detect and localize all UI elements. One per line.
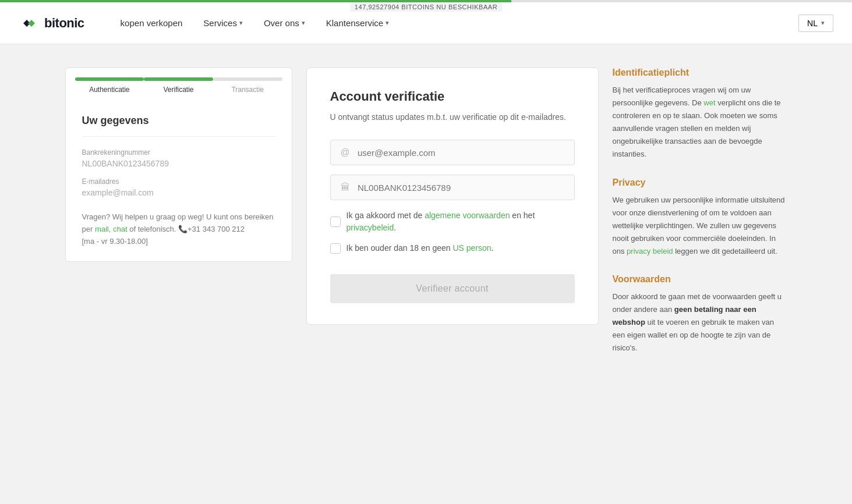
email-value: example@mail.com <box>82 188 275 197</box>
contact-text: Vragen? Wij helpen u graag op weg! U kun… <box>82 211 275 247</box>
step-label-transactie: Transactie <box>231 86 264 94</box>
bitcoin-availability-text: 147,92527904 BITCOINS NU BESCHIKBAAR <box>350 2 502 12</box>
language-selector[interactable]: NL ▾ <box>798 15 833 32</box>
phone-icon: 📞 <box>178 225 188 233</box>
bank-label: Bankrekeningnummer <box>82 148 275 157</box>
age-checkbox[interactable] <box>330 243 341 254</box>
logo-text: bitonic <box>44 16 84 31</box>
identification-title: Identificatieplicht <box>613 68 787 78</box>
voorwaarden-section: Voorwaarden Door akkoord te gaan met de … <box>613 274 787 354</box>
step-indicator-authenticatie <box>75 77 144 81</box>
at-icon: @ <box>340 147 351 158</box>
bank-value: NL00BANK0123456789 <box>82 159 275 168</box>
step-tab-verificatie[interactable]: Verificatie <box>144 77 213 101</box>
verification-subtitle: U ontvangt status updates m.b.t. uw veri… <box>330 111 575 123</box>
main-content: Authenticatie Verificatie Transactie Uw … <box>19 44 834 395</box>
voorwaarden-title: Voorwaarden <box>613 274 787 285</box>
voorwaarden-body: Door akkoord te gaan met de voorwaarden … <box>613 290 787 354</box>
nav-over-ons[interactable]: Over ons ▾ <box>256 13 313 33</box>
email-input-group[interactable]: @ <box>330 140 575 165</box>
privacy-section: Privacy We gebruiken uw persoonlijke inf… <box>613 178 787 258</box>
bank-input[interactable] <box>358 183 565 193</box>
identification-body: Bij het verificatieproces vragen wij om … <box>613 84 787 161</box>
center-panel: Account verificatie U ontvangt status up… <box>306 68 599 371</box>
privacy-title: Privacy <box>613 178 787 188</box>
steps-tabs: Authenticatie Verificatie Transactie <box>66 68 292 101</box>
privacy-body: We gebruiken uw persoonlijke informatie … <box>613 194 787 258</box>
verification-title: Account verificatie <box>330 89 575 104</box>
mail-link[interactable]: mail <box>95 225 109 233</box>
steps-card: Authenticatie Verificatie Transactie Uw … <box>65 68 292 262</box>
logo[interactable]: bitonic <box>19 16 84 31</box>
verification-card: Account verificatie U ontvangt status up… <box>306 68 599 325</box>
nav-klantenservice[interactable]: Klantenservice ▾ <box>318 13 397 33</box>
wet-link[interactable]: wet <box>703 98 715 107</box>
terms-label: Ik ga akkoord met de algemene voorwaarde… <box>347 210 575 234</box>
step-label-verificatie: Verificatie <box>163 86 193 94</box>
step-tab-authenticatie[interactable]: Authenticatie <box>75 77 144 101</box>
algemene-voorwaarden-link[interactable]: algemene voorwaarden <box>425 211 510 220</box>
nav-right: NL ▾ <box>798 15 833 32</box>
nav-services[interactable]: Services ▾ <box>195 13 251 33</box>
terms-checkbox-group: Ik ga akkoord met de algemene voorwaarde… <box>330 210 575 234</box>
chevron-down-icon: ▾ <box>386 19 389 27</box>
left-panel: Authenticatie Verificatie Transactie Uw … <box>65 68 292 371</box>
chevron-down-icon: ▾ <box>239 19 243 27</box>
chevron-down-icon: ▾ <box>302 19 305 27</box>
bank-icon: 🏛 <box>340 182 351 193</box>
terms-checkbox[interactable] <box>330 216 341 227</box>
privacy-beleid-link[interactable]: privacy beleid <box>627 247 673 255</box>
step-label-authenticatie: Authenticatie <box>89 86 129 94</box>
user-info-card: Uw gegevens Bankrekeningnummer NL00BANK0… <box>66 101 292 261</box>
step-tab-transactie[interactable]: Transactie <box>213 77 282 101</box>
logo-icon <box>19 16 40 30</box>
privacybeleid-link[interactable]: privacybeleid <box>347 223 394 232</box>
age-checkbox-group: Ik ben ouder dan 18 en geen US person. <box>330 242 575 254</box>
nav-links: kopen verkopen Services ▾ Over ons ▾ Kla… <box>112 13 798 33</box>
step-indicator-transactie <box>213 77 282 81</box>
bank-input-group[interactable]: 🏛 <box>330 175 575 200</box>
identification-section: Identificatieplicht Bij het verificatiep… <box>613 68 787 161</box>
email-label: E-mailadres <box>82 178 275 186</box>
us-person-link[interactable]: US person <box>452 243 491 253</box>
progress-bar: 147,92527904 BITCOINS NU BESCHIKBAAR <box>0 0 852 2</box>
chevron-down-icon: ▾ <box>821 19 825 27</box>
right-panel: Identificatieplicht Bij het verificatiep… <box>613 68 787 371</box>
verify-button[interactable]: Verifieer account <box>330 274 575 303</box>
email-input[interactable] <box>358 148 565 158</box>
user-info-title: Uw gegevens <box>82 115 275 137</box>
nav-kopen-verkopen[interactable]: kopen verkopen <box>112 13 191 33</box>
step-indicator-verificatie <box>144 77 213 81</box>
age-label: Ik ben ouder dan 18 en geen US person. <box>347 242 494 254</box>
chat-link[interactable]: chat <box>113 225 128 233</box>
